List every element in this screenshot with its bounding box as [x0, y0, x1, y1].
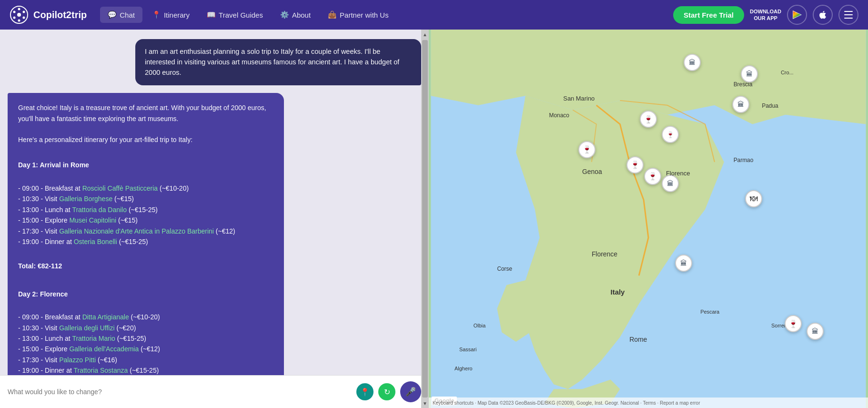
pin-florence-wine2[interactable]: 🍷	[644, 168, 661, 185]
svg-point-3	[23, 11, 25, 13]
nav-travel-guides-label: Travel Guides	[219, 11, 263, 19]
day2-item-2: - 10:30 - Visit Galleria degli Uffizi (~…	[18, 323, 273, 333]
day2-item-6: - 19:00 - Dinner at Trattoria Sostanza (…	[18, 365, 273, 375]
hamburger-line-3	[844, 18, 853, 19]
download-line1: DOWNLOAD	[750, 8, 781, 15]
day1-item-5: - 17:30 - Visit Galleria Nazionale d'Art…	[18, 226, 273, 236]
logo-text: Copilot2trip	[33, 10, 87, 20]
nav-chat[interactable]: 💬 Chat	[100, 7, 142, 23]
link-capitolini[interactable]: Musei Capitolini	[69, 216, 116, 224]
svg-text:Cro...: Cro...	[781, 70, 794, 75]
ai-intro-1: Great choice! Italy is a treasure trove …	[18, 102, 273, 124]
svg-text:Padua: Padua	[762, 102, 778, 109]
header: Copilot2trip 💬 Chat 📍 Itinerary 📖 Travel…	[0, 0, 868, 30]
map-background: Genoa B... Florence San Marino Italy Rom…	[429, 30, 868, 408]
partner-icon: 👜	[328, 10, 337, 19]
day1-total: Total: €82-112	[18, 261, 273, 271]
day1-item-1: - 09:00 - Breakfast at Roscioli Caffè Pa…	[18, 183, 273, 194]
link-sostanza[interactable]: Trattoria Sostanza	[73, 367, 128, 374]
user-message: I am an art enthusiast planning a solo t…	[135, 39, 421, 85]
messages-area[interactable]: I am an art enthusiast planning a solo t…	[0, 30, 429, 375]
location-button[interactable]: 📍	[356, 383, 373, 400]
refresh-button[interactable]: ↻	[378, 383, 395, 400]
svg-point-2	[18, 8, 20, 10]
day2-item-3: - 13:00 - Lunch at Trattoria Mario (~€15…	[18, 333, 273, 344]
scroll-up-arrow[interactable]: ▲	[421, 30, 429, 39]
mic-button[interactable]: 🎤	[400, 381, 421, 402]
chat-input[interactable]	[8, 388, 352, 396]
refresh-icon: ↻	[384, 388, 390, 397]
svg-point-6	[13, 17, 16, 19]
link-roscioli[interactable]: Roscioli Caffè Pasticceria	[82, 184, 158, 192]
svg-text:Alghero: Alghero	[454, 366, 473, 371]
mic-icon: 🎤	[405, 387, 416, 397]
svg-point-5	[18, 20, 20, 22]
nav-about[interactable]: ⚙️ About	[273, 7, 318, 23]
menu-button[interactable]	[838, 5, 858, 25]
hamburger-line-2	[844, 14, 853, 15]
nav-partner[interactable]: 👜 Partner with Us	[320, 7, 396, 23]
scroll-down-arrow[interactable]: ▼	[421, 398, 429, 408]
florence-label: Florence	[666, 170, 690, 177]
start-trial-button[interactable]: Start Free Trial	[673, 6, 744, 24]
svg-text:Italy: Italy	[611, 288, 625, 296]
download-app-area[interactable]: DOWNLOAD OUR APP	[750, 8, 781, 22]
pin-right-plate[interactable]: 🍽	[745, 190, 762, 207]
pin-rome-museum[interactable]: 🏛	[675, 255, 692, 272]
svg-text:Pescara: Pescara	[700, 309, 720, 315]
svg-text:San Marino: San Marino	[563, 95, 595, 102]
museum-pin-icon-1: 🏛	[684, 54, 701, 71]
nav-chat-label: Chat	[120, 11, 135, 19]
download-line2: OUR APP	[754, 15, 777, 21]
input-area: 📍 ↻ 🎤	[0, 375, 429, 408]
pin-florence-wine[interactable]: 🍷	[626, 156, 644, 173]
day2-heading: Day 2: Florence	[18, 289, 273, 299]
link-ditta[interactable]: Ditta Artigianale	[82, 313, 129, 321]
pin-florence-museum[interactable]: 🏛	[662, 175, 679, 192]
svg-text:Corse: Corse	[497, 265, 512, 272]
wine-pin-icon-2: 🍷	[640, 111, 657, 128]
logo-icon	[10, 5, 29, 24]
svg-text:Sassari: Sassari	[459, 347, 476, 352]
day1-heading: Day 1: Arrival in Rome	[18, 160, 273, 170]
pin-bottom-right[interactable]: 🍷	[785, 315, 802, 332]
link-mario[interactable]: Trattoria Mario	[72, 335, 115, 342]
chat-scrollbar[interactable]: ▲ ▼	[421, 30, 429, 408]
day2-item-5: - 17:30 - Visit Palazzo Pitti (~€16)	[18, 355, 273, 365]
apple-store-button[interactable]	[813, 5, 833, 25]
link-barberini[interactable]: Galleria Nazionale d'Arte Antica in Pala…	[59, 227, 214, 235]
pin-camera[interactable]: 🍷	[662, 126, 679, 143]
florence-wine-pin-2: 🍷	[644, 168, 661, 185]
day1-item-6: - 19:00 - Dinner at Osteria Bonelli (~€1…	[18, 236, 273, 247]
play-icon	[792, 10, 802, 20]
attribution-text: Keyboard shortcuts · Map Data ©2023 GeoB…	[433, 400, 700, 406]
link-pitti[interactable]: Palazzo Pitti	[59, 356, 96, 364]
pin-museum-right[interactable]: 🏛	[732, 96, 749, 113]
nav-travel-guides[interactable]: 📖 Travel Guides	[199, 7, 271, 23]
link-bonelli[interactable]: Osteria Bonelli	[74, 238, 117, 245]
nav-itinerary[interactable]: 📍 Itinerary	[144, 7, 197, 23]
link-uffizi[interactable]: Galleria degli Uffizi	[59, 324, 114, 332]
ai-intro-2: Here's a personalized itinerary for your…	[18, 134, 273, 145]
pin-genoa-wine[interactable]: 🍷	[578, 141, 595, 158]
logo-area[interactable]: Copilot2trip	[10, 5, 87, 24]
florence-wine-pin: 🍷	[626, 156, 644, 173]
map-panel[interactable]: Genoa B... Florence San Marino Italy Rom…	[429, 30, 868, 408]
pin-museum-top[interactable]: 🏛	[684, 54, 701, 71]
play-store-button[interactable]	[787, 5, 807, 25]
svg-text:Parmao: Parmao	[734, 157, 754, 163]
pin-bottom-right-museum[interactable]: 🏛	[807, 323, 824, 340]
link-accademia[interactable]: Galleria dell'Accademia	[69, 345, 139, 353]
header-right: Start Free Trial DOWNLOAD OUR APP	[673, 5, 858, 25]
pin-museum-top-right[interactable]: 🏛	[741, 65, 758, 82]
link-danilo[interactable]: Trattoria da Danilo	[72, 206, 127, 214]
chat-icon: 💬	[108, 10, 117, 19]
scroll-thumb[interactable]	[422, 40, 428, 398]
nav-itinerary-label: Itinerary	[164, 11, 190, 19]
nav-about-label: About	[292, 11, 311, 19]
pin-wine-center[interactable]: 🍷	[640, 111, 657, 128]
main-nav: 💬 Chat 📍 Itinerary 📖 Travel Guides ⚙️ Ab…	[100, 7, 669, 23]
link-borghese[interactable]: Galleria Borghese	[59, 195, 112, 203]
svg-text:Olbia: Olbia	[474, 323, 486, 328]
florence-museum-pin: 🏛	[662, 175, 679, 192]
